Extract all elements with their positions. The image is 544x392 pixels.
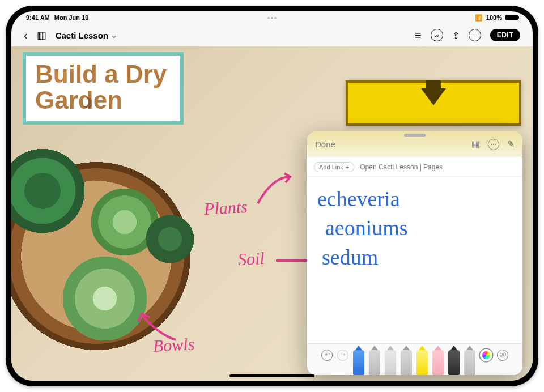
compose-button[interactable]: ✎	[507, 139, 515, 150]
handwriting-line: aeoniums	[317, 214, 512, 242]
add-link-button[interactable]: Add Link +	[314, 162, 354, 172]
arrow-icon	[136, 312, 181, 346]
app-toolbar: ‹ ▥ Cacti Lesson ⌄ ≡ ∞ ⇪ ⋯ EDIT	[11, 24, 533, 46]
handwriting-mode-button[interactable]: Ⓐ	[497, 350, 508, 361]
undo-button[interactable]: ↶	[321, 350, 333, 361]
status-bar: 9:41 AM Mon Jun 10 📶 100%	[11, 11, 533, 24]
document-heading: Build a Dry Garden	[35, 61, 167, 113]
status-time: 9:41 AM	[26, 14, 50, 21]
sidebar-toggle[interactable]: ▥	[37, 29, 46, 41]
lasso-tool[interactable]	[448, 350, 460, 375]
document-canvas[interactable]: Build a Dry Garden Plants Soil Bowls	[11, 46, 533, 381]
gallery-button[interactable]: ▦	[471, 139, 480, 150]
screen: 9:41 AM Mon Jun 10 📶 100% ‹ ▥ Cacti Less…	[11, 11, 533, 381]
note-more-button[interactable]: ⋯	[488, 139, 499, 150]
note-link-bar: Add Link + Open Cacti Lesson | Pages	[307, 157, 522, 177]
ruler-tool[interactable]	[464, 350, 475, 375]
annotation-soil: Soil	[237, 249, 265, 269]
markup-toolbar: ↶ ↷ Ⓐ	[307, 343, 522, 375]
quick-note-panel: Done ▦ ⋯ ✎ Add Link + Open Cacti Lesson …	[307, 131, 522, 375]
crayon-tool[interactable]	[401, 350, 412, 375]
drag-handle[interactable]	[404, 134, 426, 137]
annotation-plants: Plants	[203, 197, 248, 219]
highlighter-tool[interactable]	[416, 350, 428, 375]
done-button[interactable]: Done	[315, 139, 335, 149]
succulent-image	[62, 256, 147, 341]
home-indicator[interactable]	[230, 374, 314, 377]
title-card: Build a Dry Garden	[23, 52, 184, 125]
back-button[interactable]: ‹	[24, 29, 28, 42]
yellow-callout-box	[346, 80, 521, 126]
ipad-device-frame: 9:41 AM Mon Jun 10 📶 100% ‹ ▥ Cacti Less…	[6, 6, 538, 386]
color-picker[interactable]	[480, 349, 492, 361]
open-source-link[interactable]: Open Cacti Lesson | Pages	[360, 163, 443, 171]
edit-button[interactable]: EDIT	[490, 29, 520, 41]
multitask-dots[interactable]	[268, 17, 277, 19]
handwriting-line: echeveria	[317, 185, 512, 214]
wifi-icon: 📶	[475, 14, 483, 22]
eraser-tool[interactable]	[432, 350, 444, 375]
arrow-icon	[255, 172, 295, 206]
pencil-tool[interactable]	[385, 350, 396, 375]
succulent-image	[142, 211, 198, 267]
chevron-down-icon: ⌄	[110, 30, 118, 40]
pen-tool[interactable]	[353, 350, 364, 375]
share-button[interactable]: ⇪	[452, 30, 460, 41]
document-title-dropdown[interactable]: Cacti Lesson ⌄	[56, 30, 118, 40]
battery-icon	[505, 15, 518, 20]
arrow-down-head-icon	[421, 88, 446, 105]
doc-title: Cacti Lesson	[56, 31, 108, 40]
outline-button[interactable]: ≡	[415, 29, 422, 42]
plus-icon: +	[346, 164, 349, 171]
collaborate-button[interactable]: ∞	[431, 29, 443, 41]
note-canvas[interactable]: echeveria aeoniums sedum	[307, 177, 522, 343]
more-button[interactable]: ⋯	[469, 29, 481, 41]
marker-tool[interactable]	[369, 350, 380, 375]
redo-button[interactable]: ↷	[337, 350, 348, 361]
handwriting-line: sedum	[317, 243, 512, 272]
succulent-image	[11, 148, 85, 233]
battery-pct: 100%	[486, 14, 502, 21]
status-date: Mon Jun 10	[54, 14, 89, 21]
